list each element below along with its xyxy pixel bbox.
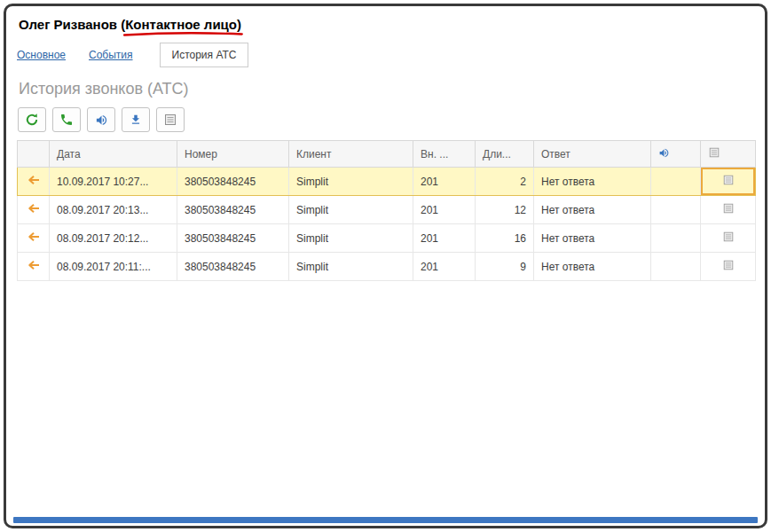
duration-cell[interactable]: 16 (476, 224, 534, 253)
number-cell[interactable]: 380503848245 (177, 196, 289, 224)
internal-cell[interactable]: 201 (413, 196, 476, 224)
incoming-call-arrow-icon (28, 261, 40, 273)
column-date[interactable]: Дата (50, 141, 177, 168)
open-card-button[interactable] (156, 107, 185, 132)
card-cell[interactable] (701, 196, 756, 224)
call-history-grid: Дата Номер Клиент Вн. ... Дли... Ответ (17, 140, 754, 281)
download-button[interactable] (122, 107, 150, 132)
record-cell[interactable] (651, 253, 701, 281)
call-row[interactable]: 08.09.2017 20:13... 380503848245 Simplit… (18, 196, 756, 224)
incoming-call-arrow-icon (28, 176, 40, 188)
grid-header-row: Дата Номер Клиент Вн. ... Дли... Ответ (18, 141, 756, 168)
tab-sobytiya[interactable]: События (89, 49, 133, 61)
tab-bar: Основное События История АТС (17, 43, 754, 67)
direction-cell (18, 196, 50, 224)
duration-cell[interactable]: 9 (476, 253, 534, 281)
column-direction[interactable] (18, 141, 50, 168)
refresh-button[interactable] (18, 107, 46, 132)
answer-cell[interactable]: Нет ответа (534, 253, 651, 281)
app-window: Олег Ризванов (Контактное лицо) Основное… (4, 4, 767, 528)
document-icon (163, 113, 177, 127)
refresh-icon (25, 113, 39, 127)
column-client[interactable]: Клиент (289, 141, 413, 168)
document-icon[interactable] (722, 202, 735, 215)
column-internal[interactable]: Вн. ... (413, 141, 476, 168)
card-cell[interactable] (701, 168, 756, 196)
document-icon (708, 149, 720, 161)
card-cell[interactable] (701, 253, 756, 281)
client-cell[interactable]: Simplit (289, 253, 413, 281)
column-record[interactable] (651, 141, 701, 168)
screenshot-stage: Олег Ризванов (Контактное лицо) Основное… (0, 0, 771, 532)
duration-cell[interactable]: 2 (476, 168, 534, 196)
speaker-icon (95, 113, 108, 127)
client-cell[interactable]: Simplit (289, 196, 413, 224)
call-row[interactable]: 08.09.2017 20:11:... 380503848245 Simpli… (18, 253, 756, 281)
column-card[interactable] (701, 141, 756, 168)
section-title: История звонков (АТС) (17, 80, 754, 98)
number-cell[interactable]: 380503848245 (177, 253, 289, 281)
call-row[interactable]: 08.09.2017 20:12... 380503848245 Simplit… (18, 224, 756, 253)
window-bottom-frame (13, 517, 758, 523)
date-cell[interactable]: 10.09.2017 10:27... (50, 168, 177, 196)
red-underline-annotation (123, 31, 243, 37)
window-content: Олег Ризванов (Контактное лицо) Основное… (6, 6, 765, 513)
number-cell[interactable]: 380503848245 (177, 168, 289, 196)
record-cell[interactable] (651, 168, 701, 196)
contact-type-annotated: Контактное лицо) (125, 17, 241, 32)
duration-cell[interactable]: 12 (476, 196, 534, 224)
record-cell[interactable] (651, 224, 701, 253)
client-cell[interactable]: Simplit (289, 168, 413, 196)
answer-cell[interactable]: Нет ответа (534, 224, 651, 253)
direction-cell (18, 253, 50, 281)
column-duration[interactable]: Дли... (476, 141, 534, 168)
direction-cell (18, 224, 50, 253)
toolbar (17, 107, 754, 132)
record-cell[interactable] (651, 196, 701, 224)
call-button[interactable] (52, 107, 81, 132)
document-icon[interactable] (722, 231, 735, 243)
tab-istoriya-ats[interactable]: История АТС (160, 43, 249, 67)
contact-name: Олег Ризванов ( (19, 17, 125, 32)
answer-cell[interactable]: Нет ответа (534, 168, 651, 196)
download-icon (130, 113, 142, 126)
date-cell[interactable]: 08.09.2017 20:13... (50, 196, 177, 224)
answer-cell[interactable]: Нет ответа (534, 196, 651, 224)
direction-cell (18, 168, 50, 196)
column-number[interactable]: Номер (177, 141, 289, 168)
card-cell[interactable] (701, 224, 756, 253)
page-title: Олег Ризванов (Контактное лицо) (17, 13, 754, 34)
tab-osnovnoe[interactable]: Основное (17, 49, 66, 61)
column-answer[interactable]: Ответ (534, 141, 651, 168)
listen-button[interactable] (87, 107, 115, 132)
incoming-call-arrow-icon (28, 204, 40, 216)
internal-cell[interactable]: 201 (413, 168, 476, 196)
call-row[interactable]: 10.09.2017 10:27... 380503848245 Simplit… (18, 168, 756, 196)
speaker-icon (658, 149, 670, 161)
document-icon[interactable] (722, 259, 735, 271)
date-cell[interactable]: 08.09.2017 20:11:... (50, 253, 177, 281)
date-cell[interactable]: 08.09.2017 20:12... (50, 224, 177, 253)
incoming-call-arrow-icon (28, 232, 40, 245)
client-cell[interactable]: Simplit (289, 224, 413, 253)
number-cell[interactable]: 380503848245 (177, 224, 289, 253)
phone-icon (59, 113, 74, 127)
document-icon[interactable] (722, 174, 735, 186)
internal-cell[interactable]: 201 (413, 224, 476, 253)
internal-cell[interactable]: 201 (413, 253, 476, 281)
